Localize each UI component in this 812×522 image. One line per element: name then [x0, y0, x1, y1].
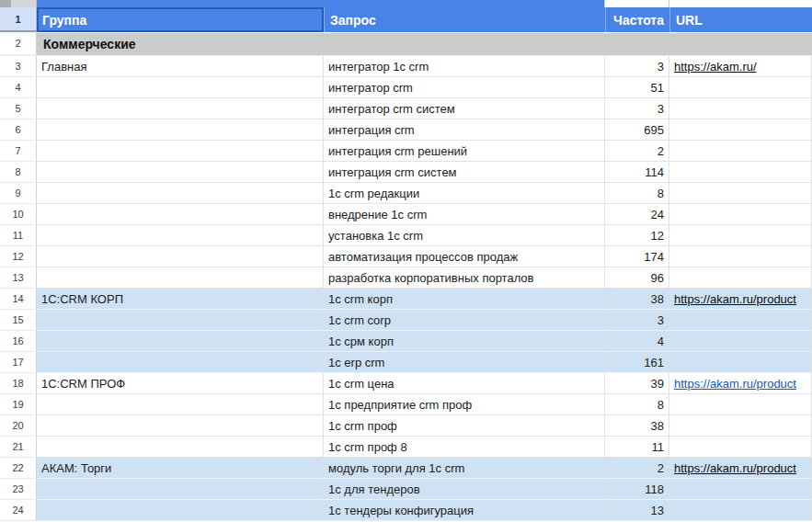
- query-cell[interactable]: интегратор crm: [324, 77, 605, 98]
- query-cell[interactable]: 1с срм корп: [324, 331, 605, 352]
- url-cell[interactable]: [669, 162, 812, 183]
- frequency-cell[interactable]: 39: [605, 373, 669, 394]
- frequency-cell[interactable]: 51: [605, 77, 669, 98]
- row-number[interactable]: 7: [0, 141, 37, 162]
- url-cell[interactable]: [669, 225, 812, 246]
- group-cell[interactable]: 1С:CRM КОРП: [37, 289, 324, 310]
- row-number-2[interactable]: 2: [0, 32, 37, 55]
- row-number[interactable]: 9: [0, 183, 37, 204]
- frequency-cell[interactable]: 3: [605, 310, 669, 331]
- url-cell[interactable]: [669, 352, 812, 373]
- query-cell[interactable]: 1с тендеры конфигурация: [324, 500, 605, 521]
- group-cell[interactable]: [37, 479, 324, 500]
- group-cell[interactable]: [37, 225, 324, 246]
- query-cell[interactable]: 1с предприятие crm проф: [324, 394, 605, 415]
- row-number[interactable]: 5: [0, 98, 37, 119]
- group-cell[interactable]: [37, 246, 324, 267]
- url-cell[interactable]: [669, 98, 812, 119]
- group-cell[interactable]: [37, 394, 324, 415]
- url-link[interactable]: https://akam.ru/product: [674, 461, 796, 475]
- group-cell[interactable]: [37, 415, 324, 437]
- row-number[interactable]: 15: [0, 310, 37, 331]
- group-cell[interactable]: [37, 500, 324, 521]
- row-number[interactable]: 8: [0, 162, 37, 183]
- row-number[interactable]: 24: [0, 500, 37, 521]
- frequency-cell[interactable]: 4: [605, 331, 669, 352]
- row-number[interactable]: 4: [0, 77, 37, 98]
- row-number[interactable]: 11: [0, 225, 37, 246]
- query-cell[interactable]: интегратор 1с crm: [324, 56, 605, 77]
- url-cell[interactable]: [669, 479, 812, 500]
- url-cell[interactable]: [669, 77, 812, 98]
- url-cell[interactable]: [669, 267, 812, 289]
- row-number[interactable]: 12: [0, 246, 37, 267]
- url-cell[interactable]: [669, 310, 812, 331]
- group-cell[interactable]: 1С:CRM ПРОФ: [37, 373, 324, 394]
- url-cell[interactable]: [669, 204, 812, 225]
- url-cell[interactable]: [669, 394, 812, 415]
- group-cell[interactable]: [37, 183, 324, 204]
- frequency-cell[interactable]: 38: [605, 415, 669, 437]
- row-number-1[interactable]: 1: [0, 7, 37, 32]
- query-cell[interactable]: интеграция crm систем: [324, 162, 605, 183]
- frequency-cell[interactable]: 695: [605, 119, 669, 141]
- frequency-cell[interactable]: 96: [605, 267, 669, 289]
- group-cell[interactable]: [37, 310, 324, 331]
- url-cell[interactable]: [669, 415, 812, 437]
- group-cell[interactable]: [37, 77, 324, 98]
- url-link[interactable]: https://akam.ru/product: [674, 292, 796, 306]
- frequency-cell[interactable]: 8: [605, 183, 669, 204]
- row-number[interactable]: 19: [0, 394, 37, 415]
- row-number[interactable]: 6: [0, 119, 37, 141]
- header-cell-group[interactable]: Группа: [37, 7, 324, 32]
- row-number[interactable]: 16: [0, 331, 37, 352]
- group-cell[interactable]: [37, 162, 324, 183]
- group-cell[interactable]: [37, 141, 324, 162]
- frequency-cell[interactable]: 118: [605, 479, 669, 500]
- query-cell[interactable]: интегратор crm систем: [324, 98, 605, 119]
- header-cell-frequency[interactable]: Частота: [605, 7, 669, 32]
- header-cell-url[interactable]: URL: [669, 7, 812, 32]
- frequency-cell[interactable]: 3: [605, 56, 669, 77]
- url-cell[interactable]: [669, 183, 812, 204]
- row-number[interactable]: 10: [0, 204, 37, 225]
- query-cell[interactable]: 1с crm проф: [324, 415, 605, 437]
- row-number[interactable]: 21: [0, 437, 37, 458]
- url-cell[interactable]: [669, 437, 812, 458]
- row-number[interactable]: 17: [0, 352, 37, 373]
- row-number[interactable]: 23: [0, 479, 37, 500]
- query-cell[interactable]: 1с для тендеров: [324, 479, 605, 500]
- query-cell[interactable]: 1с crm проф 8: [324, 437, 605, 458]
- query-cell[interactable]: модуль торги для 1с crm: [324, 458, 605, 479]
- frequency-cell[interactable]: 11: [605, 437, 669, 458]
- frequency-cell[interactable]: 2: [605, 458, 669, 479]
- url-cell[interactable]: https://akam.ru/product: [669, 289, 812, 310]
- group-cell[interactable]: [37, 352, 324, 373]
- url-cell[interactable]: https://akam.ru/product: [669, 373, 812, 394]
- query-cell[interactable]: интеграция crm решений: [324, 141, 605, 162]
- row-number[interactable]: 22: [0, 458, 37, 479]
- query-cell[interactable]: разработка корпоративных порталов: [324, 267, 605, 289]
- row-number[interactable]: 18: [0, 373, 37, 394]
- group-cell[interactable]: [37, 98, 324, 119]
- group-cell[interactable]: АКАМ: Торги: [37, 458, 324, 479]
- frequency-cell[interactable]: 13: [605, 500, 669, 521]
- section-title-cell[interactable]: Коммерческие: [37, 32, 812, 55]
- query-cell[interactable]: интеграция crm: [324, 119, 605, 141]
- url-cell[interactable]: [669, 331, 812, 352]
- url-cell[interactable]: [669, 119, 812, 141]
- url-cell[interactable]: [669, 500, 812, 521]
- query-cell[interactable]: 1с crm corp: [324, 310, 605, 331]
- group-cell[interactable]: Главная: [37, 56, 324, 77]
- row-number[interactable]: 20: [0, 415, 37, 437]
- frequency-cell[interactable]: 38: [605, 289, 669, 310]
- url-link[interactable]: https://akam.ru/product: [674, 377, 796, 391]
- group-cell[interactable]: [37, 119, 324, 141]
- url-cell[interactable]: [669, 246, 812, 267]
- url-cell[interactable]: https://akam.ru/product: [669, 458, 812, 479]
- query-cell[interactable]: 1с crm цена: [324, 373, 605, 394]
- frequency-cell[interactable]: 114: [605, 162, 669, 183]
- url-link[interactable]: https://akam.ru/: [674, 60, 757, 74]
- frequency-cell[interactable]: 12: [605, 225, 669, 246]
- query-cell[interactable]: автоматизация процессов продаж: [324, 246, 605, 267]
